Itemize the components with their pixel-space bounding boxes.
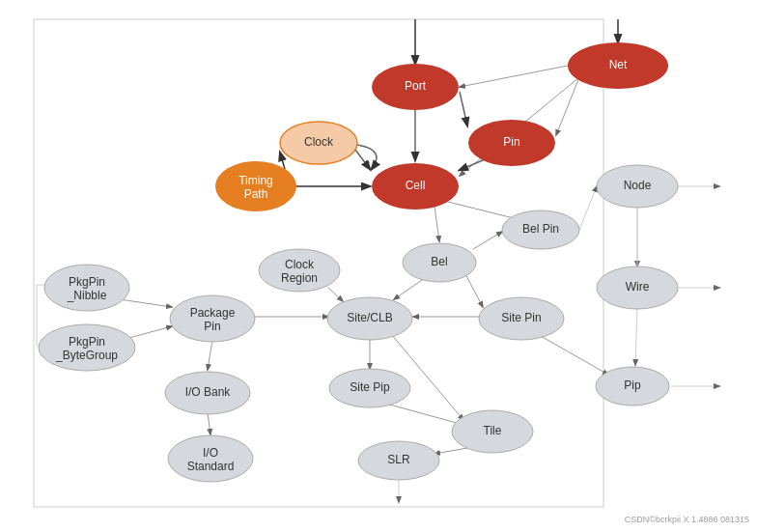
- cell-label: Cell: [406, 179, 426, 192]
- watermark-text: CSDN©bcrkpii: [625, 515, 681, 524]
- port-label: Port: [405, 79, 427, 93]
- iostandard-label-1: I/O: [203, 446, 218, 460]
- svg-line-6: [355, 150, 370, 169]
- packagepin-label-1: Package: [190, 306, 236, 320]
- svg-line-29: [208, 412, 210, 434]
- node-label: Node: [624, 179, 652, 192]
- pip-label: Pip: [624, 378, 641, 392]
- watermark-coords: X 1.4886 081315: [683, 515, 749, 524]
- siteclb-label: Site/CLB: [347, 311, 392, 324]
- net-label: Net: [609, 58, 628, 71]
- iostandard-label-2: Standard: [187, 460, 235, 473]
- svg-line-17: [394, 278, 425, 299]
- sitepip-label: Site Pip: [350, 380, 390, 394]
- clockregion-label-2: Region: [281, 271, 318, 285]
- watermark: CSDN©bcrkpii X 1.4886 081315: [625, 515, 749, 524]
- pkgpin-nibble-label-2: _Nibble: [67, 289, 107, 302]
- svg-line-18: [328, 288, 343, 301]
- slr-label: SLR: [387, 453, 410, 466]
- wire-label: Wire: [626, 280, 650, 294]
- tile-label: Tile: [484, 424, 502, 437]
- clock-label: Clock: [304, 135, 334, 149]
- svg-line-27: [208, 340, 212, 370]
- pkgpin-bytegroup-label-2: _ByteGroup: [55, 349, 118, 362]
- svg-line-8: [280, 153, 285, 169]
- svg-line-2: [556, 77, 579, 135]
- timingpath-label-1: Timing: [238, 174, 273, 187]
- main-svg: Net Port Pin Clock Cell Timing Path Node…: [0, 0, 757, 532]
- bel-label: Bel: [431, 255, 447, 268]
- pkgpin-bytegroup-label-1: PkgPin: [69, 335, 105, 349]
- svg-line-39: [579, 186, 597, 230]
- svg-line-15: [473, 232, 502, 249]
- pkgpin-nibble-label-1: PkgPin: [69, 275, 105, 289]
- diagram-container: Net Port Pin Clock Cell Timing Path Node…: [0, 0, 757, 532]
- svg-line-14: [635, 309, 637, 365]
- svg-line-1: [460, 66, 568, 87]
- svg-line-10: [444, 201, 521, 220]
- sitepin-label: Site Pin: [501, 311, 541, 324]
- clockregion-label-1: Clock: [285, 258, 315, 271]
- timingpath-label-2: Path: [244, 187, 268, 201]
- belpin-label: Bel Pin: [522, 222, 559, 236]
- svg-line-11: [435, 207, 439, 241]
- svg-line-22: [541, 336, 608, 375]
- iobank-label: I/O Bank: [185, 385, 232, 399]
- svg-line-5: [460, 92, 467, 126]
- pin-label: Pin: [503, 135, 519, 149]
- packagepin-label-2: Pin: [204, 320, 220, 333]
